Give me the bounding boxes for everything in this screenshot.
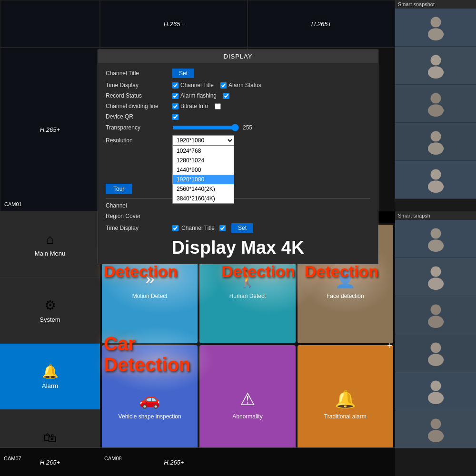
tour-button[interactable]: Tour [106, 184, 132, 194]
traditional-alarm-icon: 🔔 [335, 389, 356, 409]
res-dropdown-6[interactable]: 3840*2160(4K) [173, 194, 234, 203]
resolution-label: Resolution [106, 137, 172, 144]
resolution-row: Resolution 1024*768 1280*1024 1440*900 1… [106, 135, 370, 146]
channel-title-row: Channel Title Set [106, 69, 370, 78]
time-display2-channel: Channel Title [181, 225, 215, 231]
svg-point-5 [428, 104, 444, 117]
channel-dividing-label: Channel dividing line [106, 103, 172, 109]
device-qr-cb[interactable] [172, 114, 178, 120]
snapshot-header-top: Smart snapshot [395, 0, 476, 9]
svg-point-4 [430, 93, 441, 104]
channel-title-cb-label: Channel Title [180, 82, 214, 89]
set-button-2[interactable]: Set [231, 223, 253, 233]
res-dropdown-3[interactable]: 1440*900 [173, 165, 234, 175]
grid-item-traditional[interactable]: 🔔 Traditional alarm [298, 345, 393, 464]
transparency-slider[interactable] [172, 124, 239, 131]
right-panel-bottom: Smart snapsh [395, 211, 476, 476]
svg-point-9 [428, 180, 444, 193]
human-detect-icon: 🚶 [237, 269, 258, 289]
transparency-row: Transparency 255 [106, 124, 370, 131]
svg-point-17 [428, 354, 444, 366]
svg-point-2 [430, 55, 441, 66]
set-button-1[interactable]: Set [172, 69, 194, 78]
right-panel-top: Smart snapshot [395, 0, 476, 211]
alarm-icon: 🔔 [42, 364, 59, 379]
vehicle-label: Vehicle shape inspection [119, 413, 181, 420]
sidebar-menu: ⌂ Main Menu ⚙ System 🔔 Alarm 🛍 Advanced [0, 211, 100, 476]
time-display2-cb[interactable] [172, 225, 178, 231]
svg-point-12 [430, 267, 441, 277]
face-svg-b6 [423, 416, 449, 442]
region-cover-label: Region Cover [106, 213, 172, 219]
res-dropdown-2[interactable]: 1280*1024 [173, 156, 234, 165]
sidebar-item-system[interactable]: ⚙ System [0, 278, 100, 344]
region-cover-row: Region Cover [106, 213, 370, 219]
transparency-label: Transparency [106, 124, 172, 131]
record-status-row: Record Status Alarm flashing [106, 92, 370, 99]
resolution-select[interactable]: 1024*768 1280*1024 1440*900 1920*1080 25… [172, 135, 234, 146]
alarm-label: Alarm [42, 382, 58, 389]
plus-button[interactable]: + [387, 340, 393, 351]
channel-dividing-row: Channel dividing line Bitrate Info [106, 103, 370, 109]
dialog-divider [106, 198, 370, 198]
time-display-row: Time Display Channel Title Alarm Status [106, 82, 370, 89]
svg-point-11 [428, 239, 444, 252]
h265-bottom-left: H.265+ [40, 458, 60, 466]
grid-item-vehicle[interactable]: 🚗 Vehicle shape inspection [102, 345, 198, 464]
face-detection-icon: 👤 [335, 269, 356, 289]
bitrate-info-cb[interactable] [215, 103, 221, 109]
human-detect-label: Human Detect [229, 293, 266, 299]
face-svg-b3 [423, 302, 449, 328]
checkbox-group-1: Channel Title Alarm Status [172, 82, 261, 89]
cam-cell-tl [0, 0, 100, 48]
grid-item-abnormality[interactable]: ⚠ Abnormality [199, 345, 295, 464]
snapshot-header-bottom: Smart snapsh [395, 211, 476, 220]
cam-cell-ml: H.265+ CAM01 [0, 48, 100, 211]
face-snapshot-b4 [395, 334, 476, 372]
transparency-value: 255 [243, 124, 252, 131]
cam08-label: CAM08 [104, 456, 122, 461]
res-dropdown-1[interactable]: 1024*768 [173, 146, 234, 156]
channel-div-cb[interactable] [172, 103, 178, 109]
cam-cell-tc: H.265+ [100, 0, 248, 48]
svg-point-16 [430, 343, 441, 353]
display-max-text: Display Max 4K [106, 238, 370, 258]
dropdown-options: 1024*768 1280*1024 1440*900 1920*1080 25… [172, 146, 234, 204]
cam-cell-tr: H.265+ [248, 0, 395, 48]
alarm-status-cb-label: Alarm Status [228, 82, 261, 89]
bitrate-info-label: Bitrate Info [180, 103, 208, 109]
sidebar-item-main-menu[interactable]: ⌂ Main Menu [0, 211, 100, 278]
face-svg-b4 [423, 340, 449, 366]
svg-point-3 [428, 66, 444, 79]
time-display-label: Time Display [106, 82, 172, 89]
face-snapshot-b5 [395, 372, 476, 410]
face-svg-2 [423, 52, 449, 79]
svg-point-6 [430, 131, 441, 142]
time-display2-cb2[interactable] [219, 225, 226, 231]
channel-title-cb[interactable] [172, 82, 178, 89]
dialog-body: Channel Title Set Time Display Channel T… [98, 63, 378, 264]
tour-row: Tour [106, 184, 370, 194]
advanced-icon: 🛍 [43, 430, 57, 446]
alarm-status-cb[interactable] [220, 82, 227, 89]
svg-point-18 [430, 381, 441, 391]
res-dropdown-4[interactable]: 1920*1080 [173, 175, 234, 184]
abnormality-label: Abnormality [232, 413, 262, 420]
face-snapshot-1 [395, 9, 476, 47]
codec-label: H.265+ [164, 20, 184, 28]
sidebar-item-alarm[interactable]: 🔔 Alarm [0, 344, 100, 410]
face-svg-b5 [423, 378, 449, 404]
alarm-flashing-cb[interactable] [223, 93, 229, 99]
main-menu-icon: ⌂ [46, 232, 54, 247]
face-svg-1 [423, 14, 449, 40]
svg-point-0 [430, 17, 441, 28]
motion-detect-label: Motion Detect [132, 293, 168, 299]
res-dropdown-5[interactable]: 2560*1440(2K) [173, 184, 234, 194]
face-detection-label: Face detection [327, 293, 364, 299]
time-display-row-2: Time Display Channel Title Set [106, 223, 370, 233]
svg-point-7 [428, 142, 444, 155]
cam07-label: CAM07 [4, 456, 21, 461]
record-status-cb[interactable] [172, 93, 178, 99]
traditional-alarm-label: Traditional alarm [324, 413, 367, 420]
svg-point-14 [430, 305, 441, 315]
